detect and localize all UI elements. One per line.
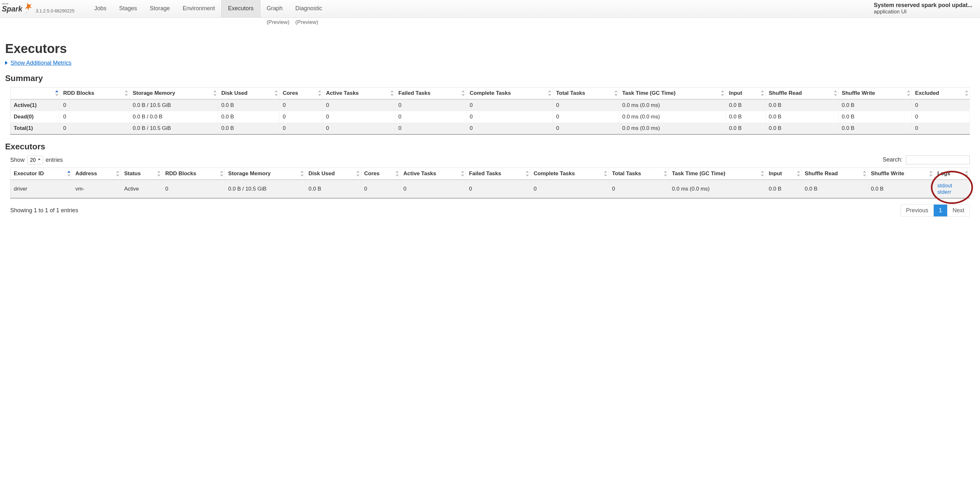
show-entries-pre: Show — [10, 157, 25, 163]
table-row: Total(1)00.0 B / 10.5 GiB0.0 B000000.0 m… — [11, 123, 970, 134]
col-shuffle-read[interactable]: Shuffle Read — [801, 168, 867, 180]
entries-select[interactable]: 20 — [27, 156, 43, 164]
cell-shuffle_read: 0.0 B — [765, 99, 838, 111]
col-rdd-blocks[interactable]: RDD Blocks — [60, 88, 129, 100]
nav-diagnostic[interactable]: Diagnostic (Preview) — [289, 0, 329, 18]
col-total-tasks[interactable]: Total Tasks — [609, 168, 669, 180]
cell-label: Active(1) — [11, 99, 60, 111]
cell-disk_used: 0.0 B — [218, 123, 280, 134]
col-logs[interactable]: Logs — [934, 168, 970, 180]
col-shuffle-write[interactable]: Shuffle Write — [868, 168, 934, 180]
cell-failed_tasks: 0 — [395, 123, 466, 134]
cell-disk_used: 0.0 B — [218, 99, 280, 111]
nav-jobs[interactable]: Jobs — [88, 0, 113, 18]
col-disk-used[interactable]: Disk Used — [305, 168, 361, 180]
col-cores[interactable]: Cores — [361, 168, 400, 180]
cell-task_time: 0.0 ms (0.0 ms) — [619, 99, 726, 111]
page-title: Executors — [5, 41, 975, 56]
cell-active_tasks: 0 — [323, 111, 395, 123]
cell-failed_tasks: 0 — [395, 99, 466, 111]
col-excluded[interactable]: Excluded — [912, 88, 970, 100]
nav-stages[interactable]: Stages — [113, 0, 143, 18]
cell-rdd: 0 — [60, 99, 129, 111]
cell-status: Active — [121, 180, 162, 198]
nav-graph[interactable]: Graph (Preview) — [260, 0, 289, 18]
cell-storage_memory: 0.0 B / 10.5 GiB — [225, 180, 305, 198]
nav-diagnostic-label: Diagnostic — [295, 5, 322, 11]
col-task-time[interactable]: Task Time (GC Time) — [619, 88, 726, 100]
col-disk-used[interactable]: Disk Used — [218, 88, 280, 100]
stderr-link[interactable]: stderr — [937, 189, 966, 195]
col-failed-tasks[interactable]: Failed Tasks — [466, 168, 530, 180]
col-status[interactable]: Status — [121, 168, 162, 180]
nav-storage[interactable]: Storage — [143, 0, 177, 18]
col-total-tasks[interactable]: Total Tasks — [553, 88, 619, 100]
col-executor-id[interactable]: Executor ID — [11, 168, 72, 180]
col-input[interactable]: Input — [765, 168, 801, 180]
cell-complete_tasks: 0 — [466, 111, 553, 123]
page-1[interactable]: 1 — [934, 205, 947, 217]
col-shuffle-write[interactable]: Shuffle Write — [838, 88, 912, 100]
col-storage-memory[interactable]: Storage Memory — [129, 88, 218, 100]
col-status[interactable] — [11, 88, 60, 100]
col-task-time[interactable]: Task Time (GC Time) — [669, 168, 765, 180]
cell-total_tasks: 0 — [609, 180, 669, 198]
cell-task_time: 0.0 ms (0.0 ms) — [619, 123, 726, 134]
cell-cores: 0 — [361, 180, 400, 198]
col-address[interactable]: Address — [72, 168, 121, 180]
col-active-tasks[interactable]: Active Tasks — [400, 168, 466, 180]
cell-task_time: 0.0 ms (0.0 ms) — [619, 111, 726, 123]
summary-table: RDD Blocks Storage Memory Disk Used Core… — [10, 87, 970, 135]
cell-cores: 0 — [280, 111, 323, 123]
cell-complete_tasks: 0 — [466, 99, 553, 111]
cell-excluded: 0 — [912, 99, 970, 111]
table-row: drivervm-Active00.0 B / 10.5 GiB0.0 B000… — [11, 180, 970, 198]
main-nav: Jobs Stages Storage Environment Executor… — [88, 0, 328, 18]
summary-heading: Summary — [5, 73, 975, 83]
cell-excluded: 0 — [912, 123, 970, 134]
page-content: Executors Show Additional Metrics Summar… — [0, 27, 980, 229]
cell-cores: 0 — [280, 99, 323, 111]
spark-version: 3.1.2.5.0-66290225 — [36, 8, 74, 13]
col-shuffle-read[interactable]: Shuffle Read — [765, 88, 838, 100]
svg-text:Spark: Spark — [2, 5, 23, 13]
col-storage-memory[interactable]: Storage Memory — [225, 168, 305, 180]
cell-shuffle_read: 0.0 B — [801, 180, 867, 198]
cell-disk_used: 0.0 B — [218, 111, 280, 123]
search-input[interactable] — [906, 155, 970, 164]
page-previous[interactable]: Previous — [901, 205, 934, 217]
col-rdd-blocks[interactable]: RDD Blocks — [162, 168, 224, 180]
nav-diagnostic-sublabel: (Preview) — [295, 19, 318, 25]
cell-shuffle_write: 0.0 B — [838, 123, 912, 134]
cell-task_time: 0.0 ms (0.0 ms) — [669, 180, 765, 198]
cell-active_tasks: 0 — [323, 123, 395, 134]
cell-executor_id: driver — [11, 180, 72, 198]
col-failed-tasks[interactable]: Failed Tasks — [395, 88, 466, 100]
application-title-area: System reserved spark pool updat... appl… — [866, 0, 980, 15]
stdout-link[interactable]: stdout — [937, 183, 966, 189]
col-complete-tasks[interactable]: Complete Tasks — [530, 168, 609, 180]
nav-environment[interactable]: Environment — [177, 0, 221, 18]
cell-excluded: 0 — [912, 111, 970, 123]
col-input[interactable]: Input — [726, 88, 765, 100]
cell-shuffle_write: 0.0 B — [838, 111, 912, 123]
cell-rdd: 0 — [60, 111, 129, 123]
nav-graph-label: Graph — [267, 5, 283, 11]
cell-input: 0.0 B — [726, 99, 765, 111]
spark-logo-icon: APACHE Spark ™ — [2, 1, 34, 15]
pagination: Previous 1 Next — [900, 204, 970, 217]
nav-executors[interactable]: Executors — [221, 0, 260, 18]
col-active-tasks[interactable]: Active Tasks — [323, 88, 395, 100]
col-cores[interactable]: Cores — [280, 88, 323, 100]
cell-total_tasks: 0 — [553, 99, 619, 111]
executors-heading: Executors — [5, 142, 975, 151]
application-subtitle: application UI — [874, 9, 972, 15]
page-next[interactable]: Next — [947, 205, 969, 217]
col-complete-tasks[interactable]: Complete Tasks — [466, 88, 553, 100]
cell-active_tasks: 0 — [323, 99, 395, 111]
show-additional-metrics-toggle[interactable]: Show Additional Metrics — [5, 60, 975, 66]
table-row: Dead(0)00.0 B / 0.0 B0.0 B000000.0 ms (0… — [11, 111, 970, 123]
cell-failed_tasks: 0 — [395, 111, 466, 123]
executors-table: Executor ID Address Status RDD Blocks St… — [10, 167, 970, 199]
cell-total_tasks: 0 — [553, 123, 619, 134]
